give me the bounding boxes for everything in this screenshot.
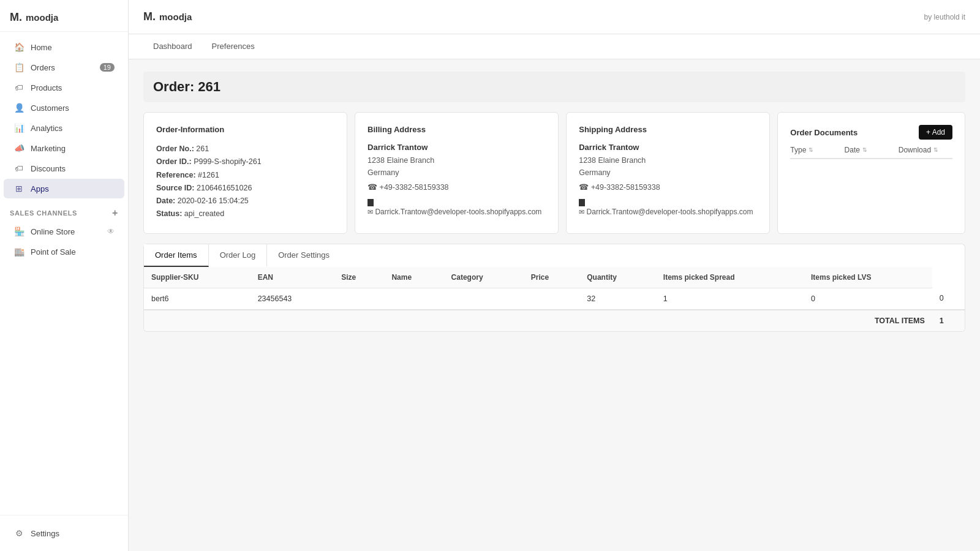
- sidebar-item-orders[interactable]: 📋Orders19: [4, 58, 124, 77]
- order-tabs-bar: Order ItemsOrder LogOrder Settings: [143, 244, 965, 267]
- total-row: TOTAL ITEMS1: [144, 310, 965, 331]
- order-info-fields: Order No.: 261 Order ID.: P999-S-shopify…: [156, 143, 334, 221]
- tab-dashboard[interactable]: Dashboard: [143, 34, 202, 59]
- sidebar-item-point-of-sale[interactable]: 🏬Point of Sale: [4, 242, 124, 261]
- col-supplier-sku: Supplier-SKU: [144, 267, 251, 288]
- eye-icon[interactable]: 👁: [107, 227, 115, 236]
- items-table-body: bert62345654332100TOTAL ITEMS1: [144, 288, 965, 331]
- sidebar-item-products[interactable]: 🏷Products: [4, 78, 124, 97]
- nav-label-marketing: Marketing: [31, 144, 66, 153]
- topbar: M. moodja by leuthold it: [129, 0, 980, 34]
- sidebar-footer: ⚙Settings: [0, 515, 128, 551]
- total-label: TOTAL ITEMS: [144, 310, 932, 331]
- order-tab-order-settings[interactable]: Order Settings: [267, 244, 341, 267]
- items-table-wrap: Supplier-SKUEANSizeNameCategoryPriceQuan…: [143, 267, 965, 332]
- total-value: 1: [932, 310, 965, 331]
- sidebar-item-online-store[interactable]: 🏪Online Store👁: [4, 222, 124, 241]
- sidebar: M. moodja 🏠Home📋Orders19🏷Products👤Custom…: [0, 0, 129, 551]
- topbar-app-name: moodja: [159, 12, 192, 22]
- doc-col-download: Download ⇅: [899, 146, 952, 154]
- shipping-email: ✉ Darrick.Trantow@developer-tools.shopif…: [579, 208, 757, 216]
- logo-name: moodja: [26, 12, 58, 23]
- reference-label: Reference:: [156, 171, 196, 179]
- col-name: Name: [384, 267, 443, 288]
- cell-2: [334, 288, 384, 310]
- billing-address: 1238 Elaine Branch Germany: [368, 154, 546, 179]
- page-tabs: DashboardPreferences: [129, 34, 980, 59]
- date-sort-icon[interactable]: ⇅: [862, 147, 867, 153]
- cell-5: [524, 288, 579, 310]
- nav-icon-customers: 👤: [13, 103, 24, 113]
- billing-email: ✉ Darrick.Trantow@developer-tools.shopif…: [368, 208, 546, 216]
- status-label: Status:: [156, 209, 182, 218]
- doc-header: Order Documents + Add: [790, 125, 952, 140]
- sidebar-item-discounts[interactable]: 🏷Discounts: [4, 159, 124, 178]
- nav-icon-point-of-sale: 🏬: [13, 247, 24, 257]
- add-document-button[interactable]: + Add: [919, 125, 952, 140]
- doc-col-type: Type ⇅: [790, 146, 844, 154]
- shipping-phone: ☎ +49-3382-58159338: [579, 182, 757, 192]
- tab-preferences[interactable]: Preferences: [202, 34, 265, 59]
- order-info-card: Order-Information Order No.: 261 Order I…: [143, 112, 347, 234]
- sidebar-item-analytics[interactable]: 📊Analytics: [4, 118, 124, 138]
- sidebar-item-home[interactable]: 🏠Home: [4, 37, 124, 57]
- cell-3: [384, 288, 443, 310]
- sidebar-item-apps[interactable]: ⊞Apps: [4, 179, 124, 198]
- documents-title: Order Documents: [790, 128, 858, 137]
- col-price: Price: [524, 267, 579, 288]
- doc-col-date: Date ⇅: [845, 146, 899, 154]
- sidebar-item-customers[interactable]: 👤Customers: [4, 98, 124, 118]
- topbar-by-text: by leuthold it: [924, 13, 965, 21]
- date-label: Date:: [156, 197, 175, 205]
- nav-label-apps: Apps: [31, 184, 49, 193]
- order-tab-order-items[interactable]: Order Items: [144, 244, 209, 267]
- nav-label-discounts: Discounts: [31, 164, 66, 173]
- reference-value: #1261: [198, 171, 219, 179]
- nav-label-online-store: Online Store: [31, 227, 75, 236]
- nav-icon-settings: ⚙: [13, 528, 24, 538]
- nav-label-customers: Customers: [31, 103, 69, 113]
- shipping-country: Germany: [579, 167, 757, 179]
- doc-table-header: Type ⇅ Date ⇅ Download ⇅: [790, 146, 952, 159]
- billing-country: Germany: [368, 167, 546, 179]
- sidebar-item-settings[interactable]: ⚙Settings: [4, 523, 124, 543]
- status-value: api_created: [184, 209, 224, 218]
- nav-icon-discounts: 🏷: [13, 163, 24, 173]
- col-size: Size: [334, 267, 384, 288]
- shipping-title: Shipping Address: [579, 125, 757, 134]
- shipping-street: 1238 Elaine Branch: [579, 154, 757, 167]
- type-sort-icon[interactable]: ⇅: [809, 147, 813, 153]
- nav-label-analytics: Analytics: [31, 124, 62, 133]
- sidebar-item-marketing[interactable]: 📣Marketing: [4, 138, 124, 158]
- nav-label-settings: Settings: [31, 529, 59, 538]
- items-table-head: Supplier-SKUEANSizeNameCategoryPriceQuan…: [144, 267, 965, 288]
- order-no-value: 261: [196, 144, 209, 153]
- col-ean: EAN: [251, 267, 334, 288]
- cell-extra: 0: [932, 288, 965, 310]
- billing-name: Darrick Trantow: [368, 143, 546, 152]
- sales-channels-section: SALES CHANNELS+: [0, 199, 128, 221]
- billing-street: 1238 Elaine Branch: [368, 154, 546, 167]
- cell-1: 23456543: [251, 288, 334, 310]
- date-value: 2020-02-16 15:04:25: [178, 197, 249, 205]
- source-id-value: 2106461651026: [197, 184, 252, 192]
- nav-icon-apps: ⊞: [13, 184, 24, 193]
- cell-7: 1: [656, 288, 804, 310]
- billing-phone: ☎ +49-3382-58159338: [368, 182, 546, 192]
- cards-row: Order-Information Order No.: 261 Order I…: [143, 112, 965, 234]
- nav-label-orders: Orders: [31, 63, 55, 72]
- badge-orders: 19: [100, 63, 115, 72]
- shipping-card: Shipping Address Darrick Trantow 1238 El…: [566, 112, 770, 234]
- nav-label-home: Home: [31, 43, 52, 52]
- nav-icon-online-store: 🏪: [13, 227, 24, 236]
- order-tab-order-log[interactable]: Order Log: [209, 244, 268, 267]
- table-row: bert62345654332100: [144, 288, 965, 310]
- download-sort-icon[interactable]: ⇅: [933, 147, 938, 153]
- order-id-value: P999-S-shopify-261: [194, 157, 261, 166]
- page-title: Order: 261: [143, 72, 965, 102]
- billing-icon-block: [368, 199, 374, 206]
- nav-label-point-of-sale: Point of Sale: [31, 247, 76, 257]
- shipping-address: 1238 Elaine Branch Germany: [579, 154, 757, 179]
- add-channel-icon[interactable]: +: [112, 208, 118, 219]
- nav-icon-analytics: 📊: [13, 123, 24, 133]
